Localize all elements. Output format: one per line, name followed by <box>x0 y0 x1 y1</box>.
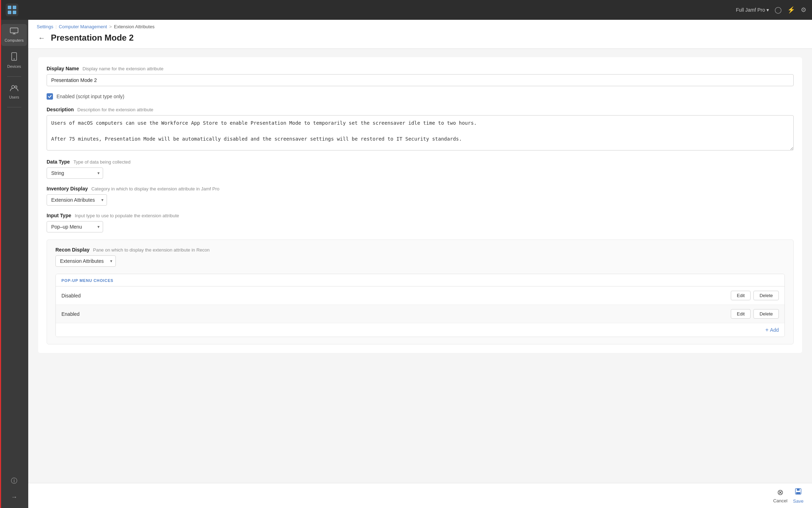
app-logo[interactable] <box>6 4 18 16</box>
sidebar-label-computers: Computers <box>5 38 24 42</box>
svg-rect-13 <box>797 489 800 491</box>
svg-rect-5 <box>10 28 18 33</box>
inventory-display-label: Inventory Display <box>47 186 88 191</box>
cancel-icon: ⊗ <box>777 488 783 497</box>
sidebar-label-devices: Devices <box>7 64 21 69</box>
save-label: Save <box>793 498 804 504</box>
form-section-main: Display Name Display name for the extens… <box>38 57 802 353</box>
accent-bar <box>0 0 1 508</box>
input-type-select[interactable]: Pop–up Menu Text Field Script <box>47 221 103 232</box>
cancel-button[interactable]: ⊗ Cancel <box>773 488 787 503</box>
recon-display-select[interactable]: Extension Attributes Hardware Operating … <box>55 255 116 267</box>
popup-choices-section: POP-UP MENU CHOICES Disabled Edit Delete… <box>55 274 785 337</box>
input-type-field: Input Type Input type to use to populate… <box>47 213 794 232</box>
inventory-display-field: Inventory Display Category in which to d… <box>47 186 794 206</box>
description-label: Description <box>47 107 74 112</box>
breadcrumb-computer-mgmt[interactable]: Computer Management <box>59 24 107 29</box>
sidebar-item-users[interactable]: Users <box>1 81 27 103</box>
add-choice-row: + Add <box>56 323 784 337</box>
data-type-label: Data Type <box>47 159 70 165</box>
display-name-label: Display Name <box>47 66 79 71</box>
sidebar: Computers Devices Users <box>0 20 28 508</box>
inventory-display-select-wrapper: Extension Attributes Hardware Operating … <box>47 194 107 206</box>
popup-choice-enabled: Enabled Edit Delete <box>56 305 784 323</box>
add-choice-button[interactable]: + Add <box>765 327 779 333</box>
sidebar-divider-2 <box>7 107 21 107</box>
page-header: Settings : Computer Management > Extensi… <box>28 20 812 49</box>
save-button[interactable]: Save <box>793 488 804 504</box>
display-name-input[interactable] <box>47 74 794 86</box>
content-area: Settings : Computer Management > Extensi… <box>28 20 812 508</box>
recon-display-field: Recon Display Pane on which to display t… <box>55 247 785 267</box>
description-hint: Description for the extension attribute <box>77 107 153 112</box>
user-icon[interactable]: ◯ <box>775 6 782 14</box>
sidebar-item-computers[interactable]: Computers <box>1 24 27 46</box>
display-name-field: Display Name Display name for the extens… <box>47 66 794 86</box>
edit-disabled-button[interactable]: Edit <box>731 291 751 300</box>
save-icon <box>794 488 802 497</box>
signout-icon[interactable]: → <box>8 491 20 504</box>
sidebar-item-devices[interactable]: Devices <box>1 49 27 72</box>
page-title: Presentation Mode 2 <box>51 33 134 43</box>
display-name-hint: Display name for the extension attribute <box>83 66 163 71</box>
enabled-checkbox[interactable] <box>47 93 53 100</box>
svg-point-10 <box>12 85 14 88</box>
devices-icon <box>11 52 18 63</box>
input-type-select-wrapper: Pop–up Menu Text Field Script ▾ <box>47 221 103 232</box>
input-type-label: Input Type <box>47 213 71 218</box>
recon-display-select-wrapper: Extension Attributes Hardware Operating … <box>55 255 116 267</box>
data-type-select[interactable]: String Integer Date <box>47 167 103 179</box>
popup-choice-disabled-actions: Edit Delete <box>731 291 779 300</box>
info-icon[interactable]: ⓘ <box>8 474 20 488</box>
svg-rect-0 <box>6 4 18 16</box>
lightning-icon[interactable]: ⚡ <box>787 6 795 14</box>
input-type-hint: Input type to use to populate the extens… <box>75 213 179 218</box>
svg-rect-14 <box>796 492 800 494</box>
org-selector[interactable]: Full Jamf Pro ▾ <box>736 7 769 13</box>
enabled-checkbox-label: Enabled (script input type only) <box>56 94 124 99</box>
breadcrumb-sep1: : <box>55 24 57 29</box>
data-type-hint: Type of data being collected <box>73 159 131 165</box>
sidebar-divider <box>7 76 21 77</box>
description-textarea[interactable]: Users of macOS computers can use the Wor… <box>47 115 794 150</box>
computers-icon <box>10 28 18 37</box>
breadcrumb: Settings : Computer Management > Extensi… <box>37 24 804 29</box>
recon-display-hint: Pane on which to display the extension a… <box>93 247 209 253</box>
data-type-select-wrapper: String Integer Date ▾ <box>47 167 103 179</box>
data-type-field: Data Type Type of data being collected S… <box>47 159 794 179</box>
popup-choices-header: POP-UP MENU CHOICES <box>56 274 784 287</box>
popup-choice-enabled-label: Enabled <box>61 311 731 317</box>
breadcrumb-sep2: > <box>109 24 112 29</box>
popup-choice-disabled-label: Disabled <box>61 293 731 299</box>
svg-point-9 <box>14 59 15 60</box>
edit-enabled-button[interactable]: Edit <box>731 309 751 319</box>
delete-enabled-button[interactable]: Delete <box>753 309 779 319</box>
svg-rect-2 <box>13 6 16 9</box>
users-icon <box>10 84 18 94</box>
add-btn-label: Add <box>770 327 779 333</box>
svg-point-11 <box>15 86 17 88</box>
recon-display-label: Recon Display <box>55 247 89 253</box>
plus-icon: + <box>765 327 769 333</box>
svg-rect-1 <box>8 6 11 9</box>
recon-section: Recon Display Pane on which to display t… <box>47 240 794 344</box>
sidebar-bottom: ⓘ → <box>8 474 20 504</box>
top-nav: Full Jamf Pro ▾ ◯ ⚡ ⚙ <box>0 0 812 20</box>
settings-icon[interactable]: ⚙ <box>801 6 806 14</box>
breadcrumb-settings[interactable]: Settings <box>37 24 53 29</box>
enabled-checkbox-row: Enabled (script input type only) <box>47 93 794 100</box>
svg-rect-3 <box>8 11 11 14</box>
cancel-label: Cancel <box>773 498 787 503</box>
delete-disabled-button[interactable]: Delete <box>753 291 779 300</box>
description-field: Description Description for the extensio… <box>47 107 794 152</box>
popup-choice-enabled-actions: Edit Delete <box>731 309 779 319</box>
back-button[interactable]: ← <box>37 34 47 42</box>
svg-rect-4 <box>13 11 16 14</box>
footer-bar: ⊗ Cancel Save <box>28 483 812 508</box>
inventory-display-hint: Category in which to display the extensi… <box>91 186 220 191</box>
sidebar-label-users: Users <box>9 95 19 99</box>
breadcrumb-extension-attributes: Extension Attributes <box>114 24 155 29</box>
org-name: Full Jamf Pro <box>736 7 765 13</box>
inventory-display-select[interactable]: Extension Attributes Hardware Operating … <box>47 194 107 206</box>
popup-choice-disabled: Disabled Edit Delete <box>56 287 784 305</box>
